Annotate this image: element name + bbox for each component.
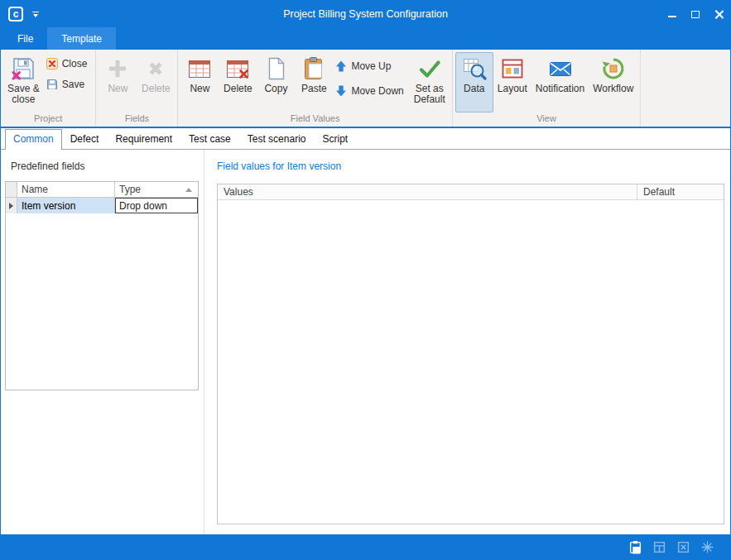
- save-icon: [46, 78, 59, 91]
- delete-field-button[interactable]: Delete: [137, 52, 175, 112]
- row-indicator-cell: [6, 198, 17, 213]
- cell-field-name[interactable]: Item version: [17, 198, 115, 213]
- delete-value-button[interactable]: Delete: [219, 52, 257, 112]
- ribbon-group-fields-content: New Delete: [96, 50, 177, 112]
- window-controls: [661, 1, 730, 27]
- document-tab-strip: Common Defect Requirement Test case Test…: [1, 128, 730, 150]
- main-content: Predefined fields Name Type: [1, 150, 730, 534]
- app-menu-button[interactable]: c: [8, 7, 23, 22]
- ribbon-group-fields: New Delete Fields: [96, 50, 178, 127]
- paste-clipboard-icon: [301, 55, 327, 82]
- ribbon-tab-file[interactable]: File: [3, 27, 47, 50]
- delete-field-label: Delete: [142, 84, 171, 94]
- save-and-close-label: Save & close: [7, 84, 40, 105]
- status-paste-icon[interactable]: [627, 538, 643, 555]
- row-indicator-header: [6, 182, 17, 197]
- predefined-fields-panel: Predefined fields Name Type: [1, 150, 204, 534]
- delete-x-icon: [142, 55, 169, 82]
- copy-label: Copy: [264, 84, 287, 94]
- tab-test-case[interactable]: Test case: [180, 129, 239, 149]
- column-header-default[interactable]: Default: [637, 184, 724, 199]
- view-notification-button[interactable]: Notification: [531, 52, 589, 112]
- group-caption-project: Project: [1, 112, 95, 127]
- project-small-buttons: Close Save: [44, 52, 94, 112]
- ribbon-group-field-values-content: New Delete: [178, 50, 451, 112]
- move-up-button[interactable]: Move Up: [333, 59, 409, 74]
- view-workflow-button[interactable]: Workflow: [589, 52, 637, 112]
- close-button[interactable]: [707, 1, 730, 27]
- app-window: c Project Billing System Configuration F…: [0, 0, 731, 560]
- new-value-button[interactable]: New: [180, 52, 219, 112]
- ribbon-group-field-values: New Delete: [178, 50, 452, 127]
- layout-window-icon: [499, 55, 526, 82]
- status-layout-close-icon[interactable]: [675, 538, 691, 555]
- tab-script[interactable]: Script: [314, 129, 356, 149]
- new-value-label: New: [190, 84, 209, 94]
- column-header-default-label: Default: [643, 186, 675, 198]
- minimize-icon: [668, 16, 676, 17]
- checkmark-icon: [416, 55, 443, 82]
- app-logo: c: [13, 9, 19, 19]
- quick-access-line: [32, 12, 39, 12]
- cell-field-type-editor[interactable]: Drop down: [115, 198, 198, 213]
- view-data-button[interactable]: Data: [455, 52, 493, 112]
- close-template-button[interactable]: Close: [44, 56, 94, 71]
- minimize-button[interactable]: [661, 1, 684, 27]
- tab-defect[interactable]: Defect: [62, 129, 108, 149]
- set-as-default-button[interactable]: Set as Default: [410, 52, 450, 112]
- save-button[interactable]: Save: [44, 77, 94, 92]
- new-field-label: New: [108, 84, 127, 94]
- paste-label: Paste: [301, 84, 327, 94]
- view-layout-label: Layout: [498, 84, 527, 94]
- copy-document-icon: [262, 55, 289, 82]
- group-caption-field-values: Field Values: [178, 112, 451, 127]
- close-icon: [714, 9, 724, 20]
- copy-button[interactable]: Copy: [257, 52, 295, 112]
- window-title: Project Billing System Configuration: [1, 1, 730, 27]
- new-table-icon: [186, 55, 213, 82]
- move-down-button[interactable]: Move Down: [333, 84, 409, 98]
- delete-table-icon: [224, 55, 251, 82]
- column-header-name[interactable]: Name: [17, 182, 115, 197]
- ribbon-tab-strip: File Template: [1, 27, 730, 50]
- tab-test-scenario[interactable]: Test scenario: [239, 129, 315, 149]
- status-layout-grid-icon[interactable]: [651, 538, 667, 555]
- current-row-arrow-icon: [9, 203, 13, 209]
- field-values-title: Field values for Item version: [217, 160, 341, 172]
- group-caption-fields: Fields: [96, 112, 177, 127]
- ribbon-tab-template[interactable]: Template: [47, 27, 116, 50]
- column-header-values[interactable]: Values: [218, 184, 637, 199]
- titlebar: c Project Billing System Configuration: [1, 1, 730, 27]
- new-field-button[interactable]: New: [99, 52, 137, 112]
- column-header-values-label: Values: [224, 186, 253, 198]
- ribbon-group-view: Data Layout: [453, 50, 642, 127]
- field-values-panel: Field values for Item version Values Def…: [204, 150, 730, 534]
- predefined-fields-grid: Name Type Item version Drop down: [5, 181, 199, 390]
- group-caption-view: View: [453, 112, 641, 127]
- status-snap-flake-icon[interactable]: [699, 538, 715, 555]
- delete-value-label: Delete: [224, 84, 252, 94]
- tab-common[interactable]: Common: [5, 129, 62, 150]
- add-plus-icon: [104, 55, 131, 82]
- view-notification-label: Notification: [536, 84, 584, 94]
- save-and-close-button[interactable]: Save & close: [3, 52, 44, 112]
- cell-field-name-text: Item version: [22, 200, 75, 212]
- arrow-up-icon: [334, 60, 348, 73]
- view-layout-button[interactable]: Layout: [493, 52, 531, 112]
- tab-requirement[interactable]: Requirement: [107, 129, 180, 149]
- sort-ascending-icon: [185, 188, 192, 192]
- envelope-icon: [547, 55, 574, 82]
- move-down-label: Move Down: [351, 85, 403, 97]
- maximize-button[interactable]: [684, 1, 707, 27]
- quick-access-dropdown[interactable]: [29, 12, 42, 17]
- column-header-type[interactable]: Type: [115, 182, 198, 197]
- maximize-icon: [691, 11, 700, 18]
- view-data-label: Data: [464, 84, 484, 94]
- paste-button[interactable]: Paste: [295, 52, 333, 112]
- ribbon-group-project: Save & close Close: [1, 50, 96, 127]
- table-row: Item version Drop down: [6, 198, 198, 213]
- ribbon-group-project-content: Save & close Close: [1, 50, 95, 112]
- grid-header-row: Name Type: [6, 182, 198, 198]
- ribbon-group-view-content: Data Layout: [453, 50, 641, 112]
- column-header-name-label: Name: [22, 184, 48, 195]
